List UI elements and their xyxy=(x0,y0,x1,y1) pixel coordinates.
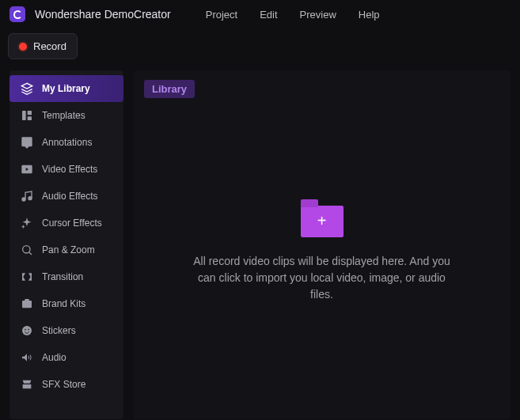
menu-preview[interactable]: Preview xyxy=(300,9,336,21)
svg-point-5 xyxy=(22,198,25,201)
sidebar-item-my-library[interactable]: My Library xyxy=(9,75,123,102)
record-dot-icon xyxy=(19,43,27,51)
main-panel: Library All record video clips will be d… xyxy=(133,70,511,419)
menu-project[interactable]: Project xyxy=(206,9,237,21)
layers-icon xyxy=(21,82,33,95)
sidebar-item-annotations[interactable]: Annotations xyxy=(9,129,123,156)
sidebar-item-video-effects[interactable]: Video Effects xyxy=(9,156,123,183)
sidebar-item-label: SFX Store xyxy=(42,379,85,390)
svg-point-6 xyxy=(28,197,32,200)
svg-point-10 xyxy=(22,326,32,335)
svg-rect-8 xyxy=(22,301,32,308)
sidebar-item-sfx-store[interactable]: SFX Store xyxy=(9,371,123,398)
cursor-effects-icon xyxy=(21,217,33,229)
annotation-icon xyxy=(21,136,33,149)
svg-rect-9 xyxy=(25,299,28,301)
main-menu: Project Edit Preview Help xyxy=(206,9,380,21)
sidebar-item-label: Stickers xyxy=(42,325,76,336)
sidebar-item-label: Transition xyxy=(42,271,83,282)
sidebar-item-label: My Library xyxy=(42,83,90,94)
record-row: Record xyxy=(0,28,520,70)
import-folder-button[interactable] xyxy=(301,206,344,237)
tab-library[interactable]: Library xyxy=(144,80,195,98)
empty-state-text: All record video clips will be displayed… xyxy=(188,253,457,303)
svg-point-11 xyxy=(25,329,26,331)
stickers-icon xyxy=(21,324,33,337)
sfx-store-icon xyxy=(21,378,33,391)
workspace: My Library Templates Annotations Video E… xyxy=(0,70,520,419)
sidebar-item-label: Video Effects xyxy=(42,164,97,175)
record-button[interactable]: Record xyxy=(8,33,78,59)
sidebar-item-label: Pan & Zoom xyxy=(42,244,95,255)
menu-help[interactable]: Help xyxy=(359,9,380,21)
brand-kits-icon xyxy=(21,297,33,310)
svg-rect-1 xyxy=(28,111,32,115)
audio-effects-icon xyxy=(21,190,33,202)
sidebar-item-label: Cursor Effects xyxy=(42,218,102,229)
library-empty-state: All record video clips will be displayed… xyxy=(144,98,499,410)
sidebar-item-audio[interactable]: Audio xyxy=(9,344,123,371)
video-effects-icon xyxy=(21,163,33,176)
sidebar-item-brand-kits[interactable]: Brand Kits xyxy=(9,290,123,317)
sidebar-item-label: Brand Kits xyxy=(42,298,85,309)
title-bar: Wondershare DemoCreator Project Edit Pre… xyxy=(0,0,520,28)
folder-tab-icon xyxy=(301,199,318,207)
pan-zoom-icon xyxy=(21,244,33,256)
sidebar-item-pan-zoom[interactable]: Pan & Zoom xyxy=(9,236,123,263)
sidebar-item-label: Audio Effects xyxy=(42,191,98,202)
sidebar-item-label: Templates xyxy=(42,110,85,121)
record-label: Record xyxy=(33,40,66,52)
audio-icon xyxy=(21,351,33,364)
sidebar-item-templates[interactable]: Templates xyxy=(9,102,123,129)
transition-icon xyxy=(21,271,33,283)
sidebar: My Library Templates Annotations Video E… xyxy=(9,70,123,419)
svg-point-12 xyxy=(28,329,29,331)
app-logo-icon xyxy=(9,6,25,22)
svg-point-7 xyxy=(23,246,30,253)
sidebar-item-audio-effects[interactable]: Audio Effects xyxy=(9,183,123,210)
svg-rect-2 xyxy=(28,116,32,120)
sidebar-item-stickers[interactable]: Stickers xyxy=(9,317,123,344)
sidebar-item-label: Annotations xyxy=(42,137,92,148)
svg-rect-0 xyxy=(22,111,26,120)
sidebar-item-label: Audio xyxy=(42,352,66,363)
template-icon xyxy=(21,109,33,122)
app-title: Wondershare DemoCreator xyxy=(35,8,171,21)
menu-edit[interactable]: Edit xyxy=(260,9,277,21)
sidebar-item-cursor-effects[interactable]: Cursor Effects xyxy=(9,210,123,236)
sidebar-item-transition[interactable]: Transition xyxy=(9,263,123,290)
